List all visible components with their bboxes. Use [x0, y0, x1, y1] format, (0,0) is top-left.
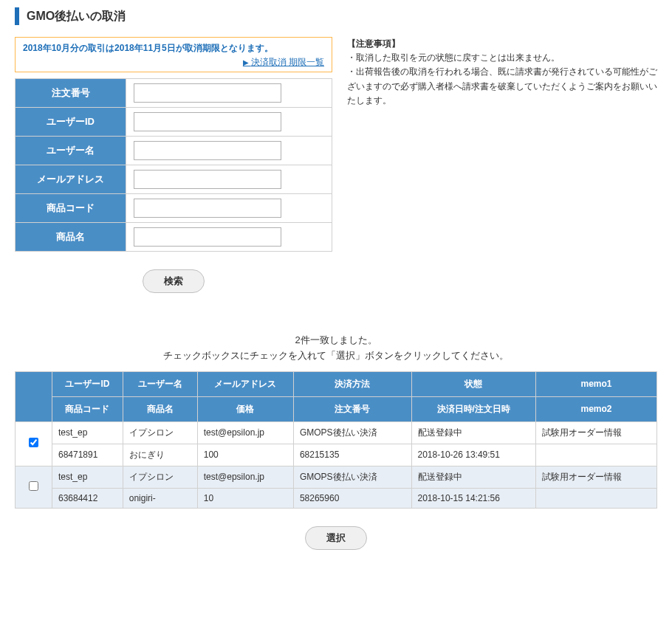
cell-email: test@epsilon.jp — [197, 421, 293, 444]
cell-price: 10 — [197, 488, 293, 508]
search-form: 注文番号 ユーザーID ユーザー名 メールアドレス 商品コード 商品名 — [15, 78, 332, 252]
cell-pay-date: 2018-10-15 14:21:56 — [411, 488, 535, 508]
cell-price: 100 — [197, 444, 293, 466]
cell-product-code: 68471891 — [52, 444, 123, 466]
deadline-text: 2018年10月分の取引は2018年11月5日が取消期限となります。 — [23, 42, 324, 55]
label-order-no: 注文番号 — [16, 79, 126, 108]
col-user-id: ユーザーID — [52, 371, 123, 396]
cell-order-no: 58265960 — [293, 488, 411, 508]
input-user-name[interactable] — [134, 141, 281, 160]
cell-pay-method: GMOPS後払い決済 — [293, 466, 411, 488]
cell-product-code: 63684412 — [52, 488, 123, 508]
result-message: 2件一致しました。 チェックボックスにチェックを入れて「選択」ボタンをクリックし… — [15, 333, 657, 364]
col-price: 価格 — [197, 396, 293, 421]
deadline-list-link[interactable]: 決済取消 期限一覧 — [243, 57, 324, 67]
col-pay-method: 決済方法 — [293, 371, 411, 396]
input-order-no[interactable] — [134, 83, 281, 103]
cell-user-id: test_ep — [52, 466, 123, 488]
cell-user-id: test_ep — [52, 421, 123, 444]
col-product-name: 商品名 — [123, 396, 197, 421]
label-product-code: 商品コード — [16, 194, 126, 223]
result-table: ユーザーID ユーザー名 メールアドレス 決済方法 状態 memo1 商品コード… — [15, 371, 657, 509]
cell-product-name: おにぎり — [123, 444, 197, 466]
col-email: メールアドレス — [197, 371, 293, 396]
cell-order-no: 68215135 — [293, 444, 411, 466]
cell-pay-method: GMOPS後払い決済 — [293, 421, 411, 444]
col-product-code: 商品コード — [52, 396, 123, 421]
caution-block: 【注意事項】 ・取消した取引を元の状態に戻すことは出来ません。 ・出荷報告後の取… — [347, 37, 657, 311]
cell-status: 配送登録中 — [411, 421, 535, 444]
caution-line-2: ・出荷報告後の取消を行われる場合、既に請求書が発行されている可能性がございますの… — [347, 65, 657, 108]
label-user-name: ユーザー名 — [16, 137, 126, 165]
cell-memo2 — [535, 444, 656, 466]
label-email: メールアドレス — [16, 165, 126, 194]
cell-email: test@epsilon.jp — [197, 466, 293, 488]
col-status: 状態 — [411, 371, 535, 396]
input-product-code[interactable] — [134, 199, 281, 218]
select-button[interactable]: 選択 — [305, 526, 367, 550]
col-memo2: memo2 — [535, 396, 656, 421]
col-user-name: ユーザー名 — [123, 371, 197, 396]
deadline-notice: 2018年10月分の取引は2018年11月5日が取消期限となります。 決済取消 … — [15, 37, 332, 72]
input-user-id[interactable] — [134, 112, 281, 131]
col-pay-date: 決済日時/注文日時 — [411, 396, 535, 421]
cell-user-name: イプシロン — [123, 421, 197, 444]
page-title-bar: GMO後払いの取消 — [15, 7, 657, 25]
label-product-name: 商品名 — [16, 223, 126, 252]
result-instruction: チェックボックスにチェックを入れて「選択」ボタンをクリックしてください。 — [163, 350, 509, 361]
search-button[interactable]: 検索 — [143, 269, 205, 293]
cell-memo2 — [535, 488, 656, 508]
cell-product-name: onigiri- — [123, 488, 197, 508]
cell-status: 配送登録中 — [411, 466, 535, 488]
caution-line-1: ・取消した取引を元の状態に戻すことは出来ません。 — [347, 51, 657, 65]
title-accent — [15, 7, 19, 25]
result-count: 2件一致しました。 — [295, 334, 377, 345]
cell-user-name: イプシロン — [123, 466, 197, 488]
input-product-name[interactable] — [134, 227, 281, 247]
col-check — [16, 371, 52, 421]
col-memo1: memo1 — [535, 371, 656, 396]
label-user-id: ユーザーID — [16, 108, 126, 137]
page-title: GMO後払いの取消 — [27, 9, 126, 24]
cell-memo1: 試験用オーダー情報 — [535, 421, 656, 444]
input-email[interactable] — [134, 170, 281, 189]
row-checkbox[interactable] — [29, 481, 38, 491]
cell-pay-date: 2018-10-26 13:49:51 — [411, 444, 535, 466]
caution-title: 【注意事項】 — [347, 37, 657, 51]
row-checkbox[interactable] — [29, 438, 38, 447]
cell-memo1: 試験用オーダー情報 — [535, 466, 656, 488]
col-order-no: 注文番号 — [293, 396, 411, 421]
